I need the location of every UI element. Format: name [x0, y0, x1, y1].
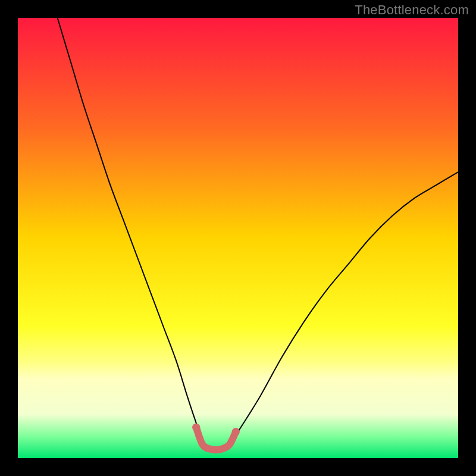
chart-svg — [18, 18, 458, 458]
chart-plot-area — [18, 18, 458, 458]
watermark-text: TheBottleneck.com — [355, 2, 469, 18]
series-bottleneck-flat-marker-endpoint — [192, 424, 200, 431]
chart-background-gradient — [18, 18, 458, 458]
chart-frame: TheBottleneck.com — [0, 0, 476, 476]
series-bottleneck-flat-marker-endpoint — [232, 428, 240, 436]
